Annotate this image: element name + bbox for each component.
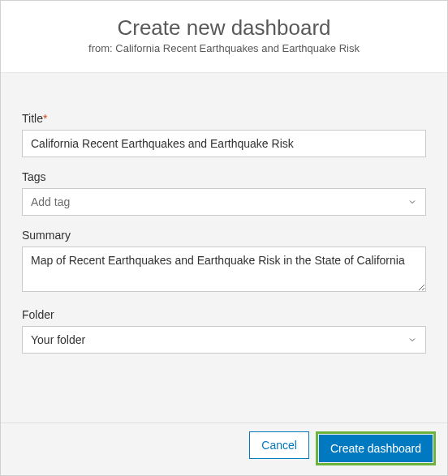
- chevron-down-icon: [407, 335, 417, 345]
- folder-selected-value: Your folder: [31, 333, 85, 346]
- folder-field: Folder Your folder: [22, 308, 426, 354]
- create-button-highlight: Create dashboard: [316, 431, 436, 465]
- tags-field: Tags Add tag: [22, 170, 426, 216]
- tags-label: Tags: [22, 170, 426, 183]
- from-prefix: from:: [88, 42, 115, 54]
- summary-label: Summary: [22, 229, 426, 242]
- create-dashboard-dialog: Create new dashboard from: California Re…: [0, 0, 448, 476]
- tags-input[interactable]: Add tag: [22, 188, 426, 216]
- dialog-title: Create new dashboard: [17, 15, 431, 41]
- tags-placeholder: Add tag: [31, 195, 70, 208]
- required-marker: *: [43, 112, 47, 125]
- cancel-button[interactable]: Cancel: [249, 431, 309, 459]
- dialog-body: Title* Tags Add tag Summary Folder Your …: [1, 73, 447, 422]
- chevron-down-icon: [407, 197, 417, 207]
- title-input[interactable]: [22, 130, 426, 157]
- title-label: Title*: [22, 112, 426, 125]
- summary-input[interactable]: [22, 247, 426, 292]
- create-dashboard-button[interactable]: Create dashboard: [319, 435, 433, 462]
- title-field: Title*: [22, 112, 426, 157]
- summary-field: Summary: [22, 229, 426, 295]
- title-label-text: Title: [22, 112, 43, 125]
- dialog-footer: Cancel Create dashboard: [1, 422, 447, 475]
- dialog-subtitle: from: California Recent Earthquakes and …: [17, 42, 431, 54]
- folder-label: Folder: [22, 308, 426, 321]
- dialog-header: Create new dashboard from: California Re…: [1, 1, 447, 73]
- folder-select[interactable]: Your folder: [22, 326, 426, 354]
- from-source-name: California Recent Earthquakes and Earthq…: [115, 42, 360, 54]
